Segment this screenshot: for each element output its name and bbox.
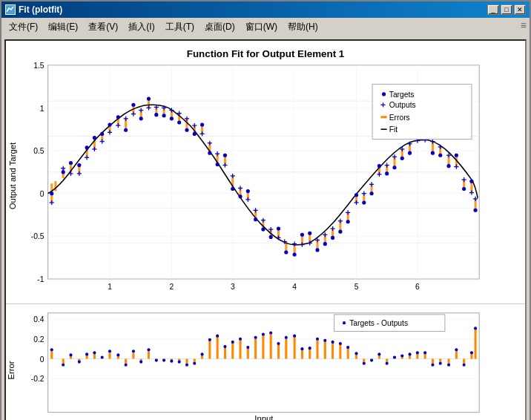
svg-text:Outputs: Outputs bbox=[389, 101, 416, 109]
svg-rect-257 bbox=[372, 84, 472, 139]
svg-point-349 bbox=[162, 358, 165, 361]
main-window: Fit (plotfit) _ □ ✕ 文件(F) 编辑(E) 查看(V) 插入… bbox=[0, 0, 531, 420]
plot-container[interactable]: Function Fit for Output Element 1 Output… bbox=[4, 39, 527, 420]
svg-point-111 bbox=[223, 154, 227, 157]
svg-point-344 bbox=[125, 363, 128, 366]
content-area: Function Fit for Output Element 1 Output… bbox=[1, 36, 530, 420]
svg-point-138 bbox=[431, 151, 435, 155]
svg-point-131 bbox=[377, 164, 381, 168]
svg-text:0.4: 0.4 bbox=[33, 315, 44, 324]
svg-point-102 bbox=[154, 113, 158, 117]
app-icon bbox=[5, 4, 16, 15]
svg-point-351 bbox=[178, 360, 181, 363]
svg-point-139 bbox=[438, 154, 442, 157]
svg-point-97 bbox=[116, 115, 120, 119]
title-bar: Fit (plotfit) _ □ ✕ bbox=[1, 1, 530, 18]
svg-point-378 bbox=[386, 361, 389, 364]
svg-point-125 bbox=[331, 236, 334, 240]
menu-tools[interactable]: 工具(T) bbox=[161, 19, 199, 35]
svg-point-339 bbox=[85, 352, 88, 355]
svg-point-99 bbox=[131, 103, 135, 107]
toolbar-icon: ≡ bbox=[521, 19, 527, 35]
menu-insert[interactable]: 插入(I) bbox=[124, 19, 159, 35]
svg-point-363 bbox=[269, 331, 272, 334]
main-chart-svg: Function Fit for Output Element 1 Output… bbox=[6, 41, 525, 303]
svg-point-104 bbox=[170, 117, 174, 120]
menu-desktop[interactable]: 桌面(D) bbox=[200, 19, 240, 35]
svg-text:4: 4 bbox=[292, 283, 297, 291]
svg-point-357 bbox=[223, 345, 226, 348]
svg-point-340 bbox=[93, 351, 96, 354]
svg-point-361 bbox=[254, 335, 257, 338]
svg-point-347 bbox=[147, 348, 150, 351]
svg-point-95 bbox=[100, 132, 104, 136]
svg-point-387 bbox=[455, 348, 458, 351]
svg-point-101 bbox=[147, 96, 151, 100]
svg-point-117 bbox=[269, 235, 273, 239]
svg-text:Targets - Outputs: Targets - Outputs bbox=[349, 319, 408, 327]
close-button[interactable]: ✕ bbox=[514, 4, 526, 15]
menu-help[interactable]: 帮助(H) bbox=[283, 19, 323, 35]
svg-point-141 bbox=[455, 154, 458, 157]
svg-point-379 bbox=[393, 355, 396, 358]
svg-point-123 bbox=[315, 248, 319, 252]
svg-point-390 bbox=[474, 327, 477, 329]
svg-point-93 bbox=[85, 145, 89, 149]
menu-window[interactable]: 窗口(W) bbox=[241, 19, 282, 35]
svg-point-371 bbox=[332, 341, 334, 344]
svg-point-112 bbox=[231, 187, 234, 191]
svg-point-354 bbox=[201, 352, 204, 355]
minimize-button[interactable]: _ bbox=[487, 4, 499, 15]
svg-point-144 bbox=[474, 209, 478, 212]
svg-point-90 bbox=[62, 170, 65, 174]
menu-view[interactable]: 查看(V) bbox=[84, 19, 122, 35]
window-title: Fit (plotfit) bbox=[19, 4, 62, 15]
svg-point-92 bbox=[77, 163, 81, 167]
svg-point-369 bbox=[316, 337, 319, 340]
svg-point-116 bbox=[261, 228, 265, 232]
svg-point-370 bbox=[323, 339, 326, 342]
svg-point-122 bbox=[308, 232, 311, 235]
svg-point-127 bbox=[346, 220, 350, 223]
svg-point-134 bbox=[400, 157, 404, 160]
svg-point-345 bbox=[132, 350, 135, 352]
svg-text:0.2: 0.2 bbox=[33, 335, 44, 344]
svg-point-121 bbox=[300, 233, 304, 237]
svg-text:Input: Input bbox=[254, 414, 274, 420]
svg-text:0: 0 bbox=[40, 190, 44, 198]
svg-point-348 bbox=[155, 358, 158, 361]
chart-title: Function Fit for Output Element 1 bbox=[187, 48, 345, 59]
svg-point-337 bbox=[69, 353, 72, 356]
svg-point-383 bbox=[423, 351, 426, 354]
svg-text:-0.5: -0.5 bbox=[31, 232, 44, 240]
svg-point-356 bbox=[216, 334, 219, 337]
svg-text:-1: -1 bbox=[37, 275, 44, 283]
svg-point-133 bbox=[392, 165, 396, 169]
svg-point-143 bbox=[469, 180, 473, 183]
svg-point-342 bbox=[108, 350, 111, 352]
svg-text:Errors: Errors bbox=[389, 114, 410, 122]
svg-point-374 bbox=[354, 352, 357, 355]
maximize-button[interactable]: □ bbox=[501, 4, 512, 15]
svg-text:1: 1 bbox=[40, 105, 44, 113]
svg-point-110 bbox=[216, 163, 220, 166]
svg-text:1.5: 1.5 bbox=[33, 62, 44, 70]
svg-text:3: 3 bbox=[231, 283, 235, 291]
svg-text:6: 6 bbox=[415, 283, 420, 291]
svg-text:-0.2: -0.2 bbox=[31, 375, 44, 383]
svg-point-384 bbox=[431, 363, 434, 366]
menu-file[interactable]: 文件(F) bbox=[4, 19, 42, 35]
svg-text:0: 0 bbox=[40, 355, 44, 363]
svg-point-107 bbox=[193, 132, 197, 136]
svg-point-118 bbox=[277, 226, 280, 230]
svg-point-365 bbox=[285, 335, 288, 338]
error-plot: Error 0.4 0.2 0 -0.2 Inpu bbox=[6, 304, 525, 420]
svg-point-382 bbox=[416, 351, 419, 354]
menu-edit[interactable]: 编辑(E) bbox=[44, 19, 82, 35]
svg-point-129 bbox=[362, 200, 366, 204]
svg-point-94 bbox=[93, 136, 96, 140]
svg-point-350 bbox=[170, 359, 173, 362]
svg-point-114 bbox=[246, 189, 250, 193]
svg-point-381 bbox=[409, 352, 412, 355]
svg-point-376 bbox=[370, 358, 373, 361]
